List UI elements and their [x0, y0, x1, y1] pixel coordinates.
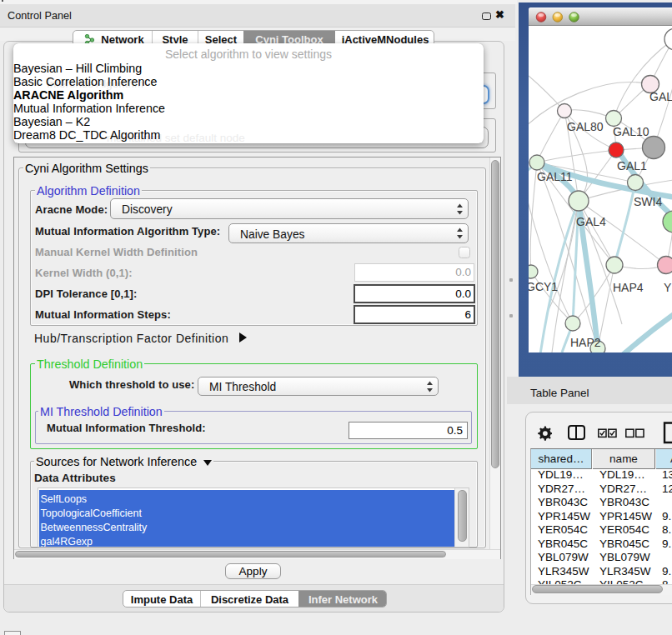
svg-text:HAP2: HAP2 — [570, 336, 601, 349]
svg-text:GAL80: GAL80 — [567, 120, 604, 133]
svg-text:GAL11: GAL11 — [537, 170, 573, 183]
svg-text:GCY1: GCY1 — [529, 280, 558, 293]
svg-text:GAL2: GAL2 — [649, 90, 672, 103]
svg-text:GAL1: GAL1 — [617, 159, 647, 172]
svg-text:GAL4: GAL4 — [576, 215, 606, 228]
svg-text:GAL10: GAL10 — [613, 125, 649, 138]
svg-text:HAP4: HAP4 — [613, 281, 644, 294]
svg-text:SWI4: SWI4 — [634, 195, 662, 208]
svg-text:Y: Y — [664, 281, 672, 294]
